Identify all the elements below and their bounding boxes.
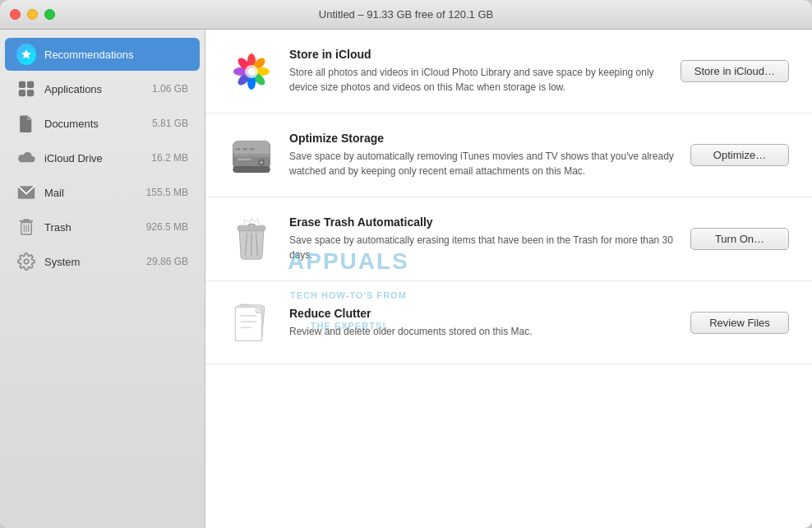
sidebar-icloud-label: iCloud Drive: [44, 152, 143, 164]
applications-icon: [16, 79, 36, 99]
trash-title: Erase Trash Automatically: [289, 215, 676, 229]
svg-rect-30: [250, 148, 254, 150]
sidebar-item-mail[interactable]: Mail 155.5 MB: [5, 176, 200, 209]
clutter-title: Reduce Clutter: [289, 307, 676, 320]
sidebar-icloud-size: 16.2 MB: [151, 152, 188, 164]
mail-icon: [16, 183, 36, 202]
sidebar-system-label: System: [44, 256, 138, 268]
sidebar-item-trash[interactable]: Trash 926.5 MB: [5, 211, 200, 243]
optimize-button[interactable]: Optimize…: [690, 144, 789, 166]
optimize-title: Optimize Storage: [289, 132, 676, 145]
optimize-action: Optimize…: [690, 144, 789, 166]
trash-sidebar-icon: [16, 217, 36, 237]
svg-rect-3: [27, 90, 34, 96]
svg-point-9: [24, 259, 29, 264]
optimize-desc: Save space by automatically removing iTu…: [289, 149, 676, 178]
clutter-item-icon: [228, 299, 275, 345]
optimize-text: Optimize Storage Save space by automatic…: [289, 132, 676, 178]
sidebar-item-recommendations[interactable]: Recommendations: [5, 38, 200, 71]
icloud-action: Store in iCloud…: [681, 60, 789, 82]
sidebar-item-icloud-drive[interactable]: iCloud Drive 16.2 MB: [5, 141, 200, 174]
close-button[interactable]: [10, 9, 21, 20]
icloud-button[interactable]: Store in iCloud…: [681, 60, 789, 82]
sidebar-recommendations-label: Recommendations: [44, 49, 188, 61]
sidebar-item-documents[interactable]: Documents 5.81 GB: [5, 107, 200, 140]
svg-rect-27: [233, 166, 270, 172]
sidebar-documents-size: 5.81 GB: [152, 118, 188, 129]
sidebar-item-system[interactable]: System 29.86 GB: [5, 245, 200, 278]
icloud-item-icon: [228, 49, 275, 95]
icloud-recommendation: Store in iCloud Store all photos and vid…: [205, 30, 812, 113]
svg-rect-29: [243, 148, 247, 150]
trash-desc: Save space by automatically erasing item…: [289, 233, 676, 262]
sidebar-mail-label: Mail: [44, 187, 138, 199]
svg-rect-28: [236, 148, 240, 150]
svg-rect-31: [238, 225, 265, 231]
icloud-desc: Store all photos and videos in iCloud Ph…: [289, 65, 666, 95]
svg-rect-1: [27, 81, 34, 88]
svg-rect-26: [238, 158, 251, 160]
window-title: Untitled – 91.33 GB free of 120.1 GB: [319, 8, 493, 21]
main-content: Recommendations Applications 1.06 GB: [0, 30, 812, 528]
icloud-text: Store in iCloud Store all photos and vid…: [289, 48, 666, 95]
svg-rect-23: [233, 154, 270, 156]
trash-action: Turn On…: [690, 228, 789, 250]
optimize-item-icon: [228, 132, 275, 178]
minimize-button[interactable]: [27, 9, 38, 20]
sidebar-trash-label: Trash: [44, 221, 138, 234]
window-controls: [10, 9, 55, 20]
sidebar-system-size: 29.86 GB: [146, 256, 188, 267]
trash-button[interactable]: Turn On…: [690, 228, 789, 250]
clutter-action: Review Files: [690, 312, 789, 334]
sidebar-applications-size: 1.06 GB: [152, 83, 188, 95]
titlebar: Untitled – 91.33 GB free of 120.1 GB: [0, 0, 812, 30]
svg-rect-2: [19, 90, 25, 96]
sidebar-trash-size: 926.5 MB: [146, 221, 188, 233]
trash-item-icon: [228, 216, 275, 262]
right-panel: Store in iCloud Store all photos and vid…: [205, 30, 812, 528]
sidebar-mail-size: 155.5 MB: [146, 187, 188, 198]
clutter-text: Reduce Clutter Review and delete older d…: [289, 307, 676, 339]
svg-point-19: [245, 65, 258, 78]
documents-icon: [16, 113, 36, 133]
recommendations-icon: [16, 44, 36, 64]
system-icon: [16, 252, 36, 271]
trash-text: Erase Trash Automatically Save space by …: [289, 215, 676, 262]
maximize-button[interactable]: [44, 9, 55, 20]
sidebar: Recommendations Applications 1.06 GB: [0, 30, 205, 528]
trash-recommendation: Erase Trash Automatically Save space by …: [205, 197, 812, 281]
svg-point-25: [260, 160, 262, 163]
clutter-desc: Review and delete older documents stored…: [289, 324, 676, 339]
svg-rect-0: [19, 81, 25, 88]
optimize-recommendation: Optimize Storage Save space by automatic…: [205, 113, 812, 197]
clutter-button[interactable]: Review Files: [690, 312, 789, 334]
sidebar-documents-label: Documents: [44, 118, 144, 130]
sidebar-item-applications[interactable]: Applications 1.06 GB: [5, 72, 200, 105]
sidebar-applications-label: Applications: [44, 83, 144, 95]
clutter-recommendation: Reduce Clutter Review and delete older d…: [205, 281, 812, 364]
icloud-title: Store in iCloud: [289, 48, 666, 61]
icloud-drive-icon: [16, 148, 36, 168]
